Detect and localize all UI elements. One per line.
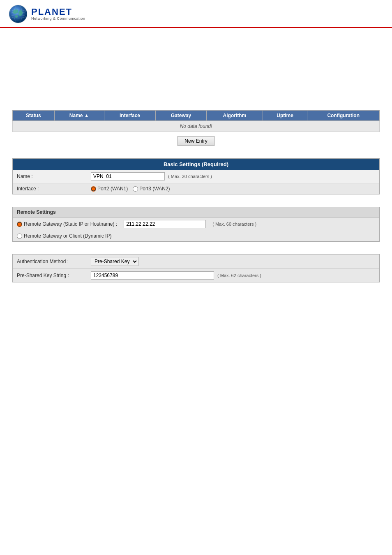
interface-value-area: Port2 (WAN1) Port3 (WAN2) — [91, 186, 375, 192]
interface-wan1-radio[interactable] — [91, 186, 96, 192]
main-content: Status Name ▲ Interface Gateway Algorith… — [0, 28, 392, 291]
name-input[interactable] — [91, 172, 165, 180]
interface-wan2-label: Port3 (WAN2) — [139, 186, 170, 192]
svg-point-3 — [15, 15, 18, 18]
remote-gateway-input[interactable] — [124, 220, 206, 228]
interface-wan2-option[interactable]: Port3 (WAN2) — [133, 186, 170, 192]
remote-dynamic-option[interactable]: Remote Gateway or Client (Dynamic IP) — [17, 233, 111, 239]
interface-label: Interface : — [17, 186, 91, 192]
remote-settings-header: Remote Settings — [13, 207, 379, 217]
remote-dynamic-radio[interactable] — [17, 234, 22, 239]
name-hint: ( Max. 20 characters ) — [168, 174, 212, 179]
new-entry-row: New Entry — [12, 136, 380, 146]
interface-wan1-option[interactable]: Port2 (WAN1) — [91, 186, 128, 192]
name-value-area: ( Max. 20 characters ) — [91, 172, 375, 180]
col-status: Status — [13, 111, 55, 121]
auth-method-label: Authentication Method : — [17, 259, 91, 264]
interface-row: Interface : Port2 (WAN1) Port3 (WAN2) — [13, 183, 379, 194]
auth-section: Authentication Method : Pre-Shared Key C… — [12, 254, 380, 282]
auth-method-select[interactable]: Pre-Shared Key Certificate — [91, 257, 138, 266]
remote-settings-section: Remote Settings Remote Gateway (Static I… — [12, 207, 380, 242]
gateway-hint: ( Max. 60 characters ) — [212, 222, 256, 227]
page-header: PLANET Networking & Communication — [0, 0, 392, 28]
svg-point-0 — [9, 5, 27, 23]
remote-static-label: Remote Gateway (Static IP or Hostname) : — [24, 221, 117, 227]
psk-value-area: ( Max. 62 characters ) — [91, 271, 375, 280]
psk-label: Pre-Shared Key String : — [17, 273, 91, 278]
auth-method-value: Pre-Shared Key Certificate — [91, 257, 375, 266]
logo-area: PLANET Networking & Communication — [8, 4, 384, 24]
col-configuration: Configuration — [307, 111, 380, 121]
name-row: Name : ( Max. 20 characters ) — [13, 170, 379, 183]
psk-hint: ( Max. 62 characters ) — [217, 273, 261, 278]
logo-text-block: PLANET Networking & Communication — [31, 7, 85, 21]
logo-sub-text: Networking & Communication — [31, 16, 85, 21]
name-label: Name : — [17, 173, 91, 179]
basic-settings-section: Basic Settings (Required) Name : ( Max. … — [12, 158, 380, 194]
logo-planet-text: PLANET — [31, 7, 85, 16]
basic-settings-header: Basic Settings (Required) — [13, 159, 379, 170]
remote-dynamic-row: Remote Gateway or Client (Dynamic IP) — [13, 231, 379, 241]
remote-static-row: Remote Gateway (Static IP or Hostname) :… — [13, 217, 379, 231]
col-name[interactable]: Name ▲ — [54, 111, 104, 121]
planet-globe-icon — [8, 4, 28, 24]
remote-static-option[interactable]: Remote Gateway (Static IP or Hostname) : — [17, 221, 117, 227]
col-uptime: Uptime — [263, 111, 307, 121]
interface-radio-group: Port2 (WAN1) Port3 (WAN2) — [91, 186, 170, 192]
psk-input[interactable] — [91, 271, 214, 280]
no-data-message: No data found! — [13, 121, 380, 132]
remote-dynamic-label: Remote Gateway or Client (Dynamic IP) — [24, 233, 111, 239]
col-gateway: Gateway — [156, 111, 207, 121]
interface-wan2-radio[interactable] — [133, 186, 138, 192]
vpn-table-section: Status Name ▲ Interface Gateway Algorith… — [12, 110, 380, 146]
new-entry-button[interactable]: New Entry — [178, 136, 214, 146]
auth-method-row: Authentication Method : Pre-Shared Key C… — [13, 254, 379, 269]
col-algorithm: Algorithm — [207, 111, 263, 121]
psk-row: Pre-Shared Key String : ( Max. 62 charac… — [13, 269, 379, 282]
vpn-list-table: Status Name ▲ Interface Gateway Algorith… — [12, 110, 380, 132]
col-interface: Interface — [104, 111, 155, 121]
remote-static-radio[interactable] — [17, 222, 22, 227]
interface-wan1-label: Port2 (WAN1) — [97, 186, 128, 192]
